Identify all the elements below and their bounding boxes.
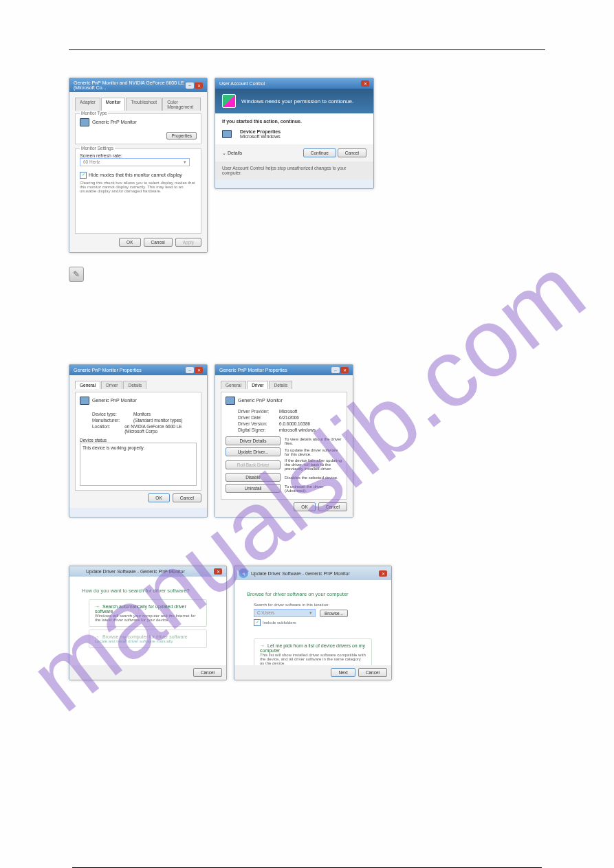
tab-general[interactable]: General (221, 381, 246, 389)
window-title: Generic PnP Monitor Properties (219, 368, 287, 372)
cancel-button[interactable]: Cancel (173, 493, 201, 502)
arrow-icon: → (95, 604, 100, 609)
uac-header: Windows needs your permission to contion… (215, 89, 373, 113)
titlebar: Generic PnP Monitor and NVIDIA GeForce 6… (69, 78, 207, 92)
option-auto-search[interactable]: →Search automatically for updated driver… (89, 599, 207, 627)
rollback-driver-button[interactable]: Roll Back Driver (226, 460, 281, 469)
tab-strip: Adapter Monitor Troubleshoot Color Manag… (75, 98, 201, 111)
cancel-button[interactable]: Cancel (358, 668, 387, 677)
tab-monitor[interactable]: Monitor (101, 98, 126, 111)
monitor-icon (80, 397, 89, 405)
tab-details[interactable]: Details (123, 381, 146, 389)
window-title: User Account Control (219, 81, 265, 86)
properties-button[interactable]: Properties (166, 132, 197, 140)
driver-details-button[interactable]: Driver Details (226, 436, 281, 445)
window-title: Update Driver Software - Generic PnP Mon… (86, 569, 185, 574)
refresh-rate-label: Screen refresh rate: (80, 153, 197, 158)
update-driver-button[interactable]: Update Driver... (226, 447, 281, 456)
status-text: This device is working properly. (80, 443, 197, 486)
arrow-icon: → (95, 634, 100, 639)
uninstall-button[interactable]: Uninstall (226, 484, 281, 493)
disable-button[interactable]: Disable (226, 473, 281, 482)
tab-color-management[interactable]: Color Management (162, 98, 201, 111)
monitor-icon (80, 118, 89, 126)
monitor-settings-label: Monitor Settings (80, 146, 115, 151)
tab-troubleshoot[interactable]: Troubleshoot (126, 98, 162, 111)
monitor-properties-dialog: Generic PnP Monitor and NVIDIA GeForce 6… (69, 78, 208, 253)
chevron-down-icon: ▾ (309, 610, 312, 616)
window-title: Generic PnP Monitor Properties (74, 368, 142, 372)
uac-app-name: Device Properties (240, 129, 281, 134)
minimize-icon[interactable]: – (186, 367, 194, 373)
details-link[interactable]: Details (228, 151, 242, 155)
uac-footer: User Account Control helps stop unauthor… (215, 162, 373, 179)
close-icon[interactable]: ✕ (340, 367, 349, 373)
app-icon (222, 130, 232, 138)
uac-dialog: User Account Control ✕ Windows needs you… (215, 78, 374, 189)
status-label: Device status (80, 438, 197, 443)
device-properties-driver: Generic PnP Monitor Properties –✕ Genera… (215, 364, 353, 518)
close-icon[interactable]: ✕ (379, 570, 387, 577)
continue-button[interactable]: Continue (303, 148, 336, 157)
option-browse[interactable]: →Browse my computer for driver software … (89, 630, 207, 648)
cancel-button[interactable]: Cancel (193, 668, 222, 677)
uac-app-vendor: Microsoft Windows (240, 134, 281, 139)
shield-icon (222, 94, 236, 108)
update-driver-wizard-search: Update Driver Software - Generic PnP Mon… (69, 566, 227, 680)
device-properties-general: Generic PnP Monitor Properties –✕ Genera… (69, 364, 208, 518)
uac-if-started: If you started this action, continue. (222, 119, 366, 124)
uac-headline: Windows needs your permission to contion… (241, 98, 353, 104)
hide-modes-description: Clearing this check box allows you to se… (80, 181, 197, 193)
window-title: Generic PnP Monitor and NVIDIA GeForce 6… (74, 80, 186, 90)
ok-button[interactable]: OK (148, 493, 169, 502)
monitor-icon (226, 397, 235, 405)
note-icon: ✎ (69, 267, 84, 282)
tab-general[interactable]: General (75, 381, 100, 389)
minimize-icon[interactable]: – (331, 367, 340, 373)
hide-modes-checkbox[interactable]: ✓ (80, 172, 87, 179)
wizard-heading: Browse for driver software on your compu… (247, 591, 379, 597)
update-driver-wizard-browse: ◄Update Driver Software - Generic PnP Mo… (234, 566, 392, 680)
titlebar: User Account Control ✕ (215, 78, 373, 89)
search-loc-label: Search for driver software in this locat… (254, 603, 372, 607)
minimize-icon[interactable]: – (186, 82, 194, 89)
ok-button[interactable]: OK (294, 502, 315, 511)
cancel-button[interactable]: Cancel (144, 238, 173, 247)
hide-modes-label: Hide modes that this monitor cannot disp… (89, 173, 182, 177)
monitor-name: Generic PnP Monitor (92, 120, 137, 124)
arrow-icon: → (260, 643, 265, 648)
close-icon[interactable]: ✕ (195, 82, 203, 89)
wizard-question: How do you want to search for driver sof… (82, 588, 214, 594)
browse-button[interactable]: Browse... (320, 610, 348, 617)
next-button[interactable]: Next (331, 668, 355, 677)
tab-driver[interactable]: Driver (101, 381, 122, 389)
close-icon[interactable]: ✕ (195, 367, 203, 373)
tab-details[interactable]: Details (269, 381, 292, 389)
cancel-button[interactable]: Cancel (318, 502, 347, 511)
top-rule (69, 49, 545, 50)
close-icon[interactable]: ✕ (361, 80, 369, 87)
tab-driver[interactable]: Driver (247, 381, 268, 389)
include-subfolders-checkbox[interactable]: ✓ (254, 619, 261, 626)
window-title: Update Driver Software - Generic PnP Mon… (251, 571, 350, 576)
close-icon[interactable]: ✕ (214, 568, 222, 575)
chevron-down-icon: ▾ (184, 159, 186, 165)
tab-adapter[interactable]: Adapter (75, 98, 100, 111)
apply-button[interactable]: Apply (175, 238, 201, 247)
back-icon[interactable]: ◄ (239, 568, 248, 578)
cancel-button[interactable]: Cancel (338, 148, 366, 157)
device-name: Generic PnP Monitor (92, 398, 137, 403)
monitor-type-label: Monitor Type (80, 111, 108, 115)
device-name: Generic PnP Monitor (238, 398, 283, 403)
refresh-rate-select[interactable]: 60 Hertz▾ (80, 158, 190, 166)
path-combo[interactable]: C:\Users▾ (254, 609, 316, 617)
ok-button[interactable]: OK (119, 238, 140, 247)
